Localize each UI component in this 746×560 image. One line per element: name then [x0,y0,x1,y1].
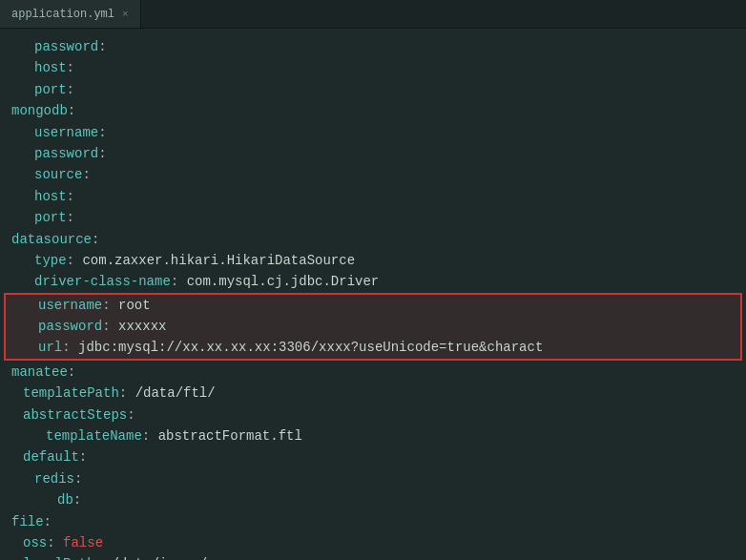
val-driver-class-name: com.mysql.cj.jdbc.Driver [187,271,380,292]
val-url: jdbc:mysql://xx.xx.xx.xx:3306/xxxx?useUn… [78,337,543,358]
line-source: source: [0,164,746,185]
key-templatepath: templatePath [23,383,119,404]
line-default: default: [0,446,746,467]
line-type: type: com.zaxxer.hikari.HikariDataSource [0,250,746,271]
key-localpath: localPath [23,553,95,560]
key-port-1: port [34,79,67,100]
line-driver-class-name: driver-class-name: com.mysql.cj.jdbc.Dri… [0,271,746,292]
line-templatename: templateName: abstractFormat.ftl [0,425,746,446]
key-redis: redis [34,468,74,489]
key-abstractsteps: abstractSteps [23,404,127,425]
key-datasource: datasource [11,229,92,250]
key-url: url [38,337,62,358]
line-mongodb-password: password: [0,143,746,164]
key-mongodb-port: port [34,207,67,228]
line-file: file: [0,511,746,532]
line-mongodb-port: port: [0,207,746,228]
key-oss: oss [23,532,47,553]
key-manatee: manatee [11,362,68,383]
editor-area: password: host: port: mongodb: username:… [0,29,746,560]
line-oss: oss: false [0,532,746,553]
line-abstractsteps: abstractSteps: [0,404,746,425]
key-mongodb-host: host [34,186,67,207]
tab-filename: application.yml [11,8,114,21]
val-oss: false [63,532,103,553]
line-db: db: [0,489,746,510]
val-password-ds: xxxxxx [118,316,166,337]
line-port-1: port: [0,79,746,100]
line-host-1: host: [0,57,746,78]
line-password-1: password: [0,36,746,57]
val-templatepath: /data/ftl/ [135,383,216,404]
line-url: url: jdbc:mysql://xx.xx.xx.xx:3306/xxxx?… [6,337,740,358]
key-mongodb: mongodb [11,100,68,121]
line-redis: redis: [0,468,746,489]
key-file: file [11,511,44,532]
line-datasource: datasource: [0,229,746,250]
line-mongodb-username: username: [0,122,746,143]
key-type: type [34,250,67,271]
colon-1: : [98,36,106,57]
key-mongodb-password: password [34,143,98,164]
line-username: username: root [6,295,740,316]
line-mongodb-host: host: [0,186,746,207]
line-templatepath: templatePath: /data/ftl/ [0,383,746,404]
key-source: source [34,164,82,185]
line-password-ds: password: xxxxxx [6,316,740,337]
key-host-1: host [34,57,67,78]
line-localpath: localPath: /data/image/ [0,553,746,560]
highlight-box: username: root password: xxxxxx url: jdb… [4,293,742,361]
key-db: db [57,489,73,510]
val-username: root [118,295,151,316]
app-window: application.yml × password: host: port: … [0,0,746,560]
val-templatename: abstractFormat.ftl [158,425,302,446]
key-mongodb-username: username [34,122,98,143]
tab-application-yml[interactable]: application.yml × [0,0,141,28]
key-default: default [23,446,79,467]
line-manatee: manatee: [0,362,746,383]
key-templatename: templateName [46,425,142,446]
val-localpath: /data/image/ [111,553,207,560]
key-driver-class-name: driver-class-name [34,271,171,292]
key-password-ds: password [38,316,102,337]
line-mongodb: mongodb: [0,100,746,121]
key-username: username [38,295,102,316]
close-tab-icon[interactable]: × [122,9,129,20]
val-type: com.zaxxer.hikari.HikariDataSource [82,250,355,271]
tab-bar: application.yml × [0,0,746,29]
key-password-1: password [34,36,98,57]
